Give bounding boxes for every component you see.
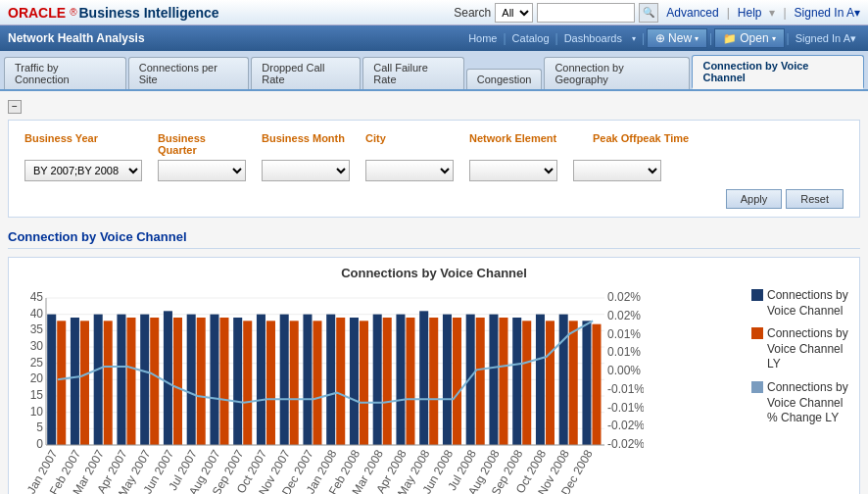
svg-rect-71 (536, 315, 545, 445)
chart-title: Connections by Voice Channel (17, 266, 851, 280)
top-bar: ORACLE ® Business Intelligence Search Al… (0, 0, 868, 25)
open-button[interactable]: 📁 Open ▾ (714, 28, 784, 48)
dashboards-dropdown-arrow[interactable]: ▾ (628, 32, 640, 45)
svg-rect-46 (243, 321, 252, 445)
nav-bar: Network Health Analysis Home | Catalog |… (0, 25, 868, 51)
open-label: Open (740, 31, 768, 45)
business-month-select[interactable] (262, 160, 350, 181)
svg-text:45: 45 (30, 290, 44, 304)
svg-rect-53 (326, 315, 335, 445)
signin-link[interactable]: Signed In A▾ (795, 6, 860, 20)
svg-rect-45 (233, 318, 242, 445)
peak-offpeak-select[interactable] (573, 160, 661, 181)
nav-sep5: | (787, 31, 790, 45)
business-year-select[interactable]: BY 2007;BY 2008 (24, 160, 142, 181)
legend-item: Connections by Voice Channel % Change LY (751, 380, 851, 426)
ne-label: Network Element (469, 132, 577, 156)
svg-rect-29 (47, 315, 56, 445)
chart-wrapper: 0510152025303540450.02%0.02%0.01%0.01%0.… (17, 288, 851, 494)
svg-text:10: 10 (30, 405, 44, 419)
chart-svg: 0510152025303540450.02%0.02%0.01%0.01%0.… (17, 288, 644, 494)
collapse-button[interactable]: − (8, 100, 22, 114)
svg-rect-74 (569, 321, 578, 445)
tab-call-failure-rate[interactable]: Call Failure Rate (362, 57, 463, 89)
svg-rect-38 (150, 318, 159, 445)
svg-rect-47 (257, 315, 265, 445)
svg-rect-58 (383, 318, 392, 445)
legend-label: Connections by Voice Channel LY (767, 326, 851, 372)
svg-rect-73 (559, 315, 568, 445)
svg-rect-75 (582, 321, 591, 445)
new-button[interactable]: ⊕ New ▾ (647, 28, 707, 48)
svg-text:-0.01%: -0.01% (607, 401, 644, 415)
apply-button[interactable]: Apply (726, 189, 783, 209)
svg-rect-37 (140, 315, 149, 445)
sep2: ▾ (769, 6, 775, 20)
city-select[interactable] (365, 160, 454, 181)
svg-text:30: 30 (30, 339, 44, 353)
svg-rect-31 (71, 318, 79, 445)
chart-area: 0510152025303540450.02%0.02%0.01%0.01%0.… (17, 288, 744, 494)
new-dropdown-arrow: ▾ (695, 34, 699, 43)
legend-label: Connections by Voice Channel % Change LY (767, 380, 851, 426)
svg-text:35: 35 (30, 322, 44, 336)
search-label: Search (454, 6, 491, 20)
tab-connections-per-site[interactable]: Connections per Site (128, 57, 250, 89)
svg-text:5: 5 (36, 420, 43, 434)
legend-label: Connections by Voice Channel (767, 288, 851, 319)
tab-connection-by-geography[interactable]: Connection by Geography (544, 57, 690, 89)
filter-labels: Business Year Business Quarter Business … (24, 132, 844, 156)
tab-traffic-by-connection[interactable]: Traffic by Connection (4, 57, 126, 89)
tab-congestion[interactable]: Congestion (466, 69, 543, 89)
help-link[interactable]: Help (738, 6, 762, 20)
dashboards-link[interactable]: Dashboards (560, 30, 626, 46)
svg-rect-54 (336, 318, 345, 445)
reset-button[interactable]: Reset (786, 189, 844, 209)
city-label: City (365, 132, 454, 156)
svg-rect-43 (210, 315, 218, 445)
filter-row: Business Year Business Quarter Business … (8, 120, 860, 218)
svg-rect-72 (546, 321, 555, 445)
search-input[interactable] (537, 3, 635, 23)
svg-text:0.01%: 0.01% (607, 345, 641, 359)
svg-text:15: 15 (30, 388, 44, 402)
tab-connection-by-voice-channel[interactable]: Connection by Voice Channel (692, 55, 864, 89)
svg-rect-42 (197, 318, 206, 445)
svg-text:20: 20 (30, 371, 44, 385)
catalog-link[interactable]: Catalog (508, 30, 554, 46)
svg-rect-44 (219, 318, 228, 445)
bm-label: Business Month (262, 132, 350, 156)
legend-item: Connections by Voice Channel (751, 288, 851, 319)
business-quarter-select[interactable] (158, 160, 246, 181)
svg-rect-57 (373, 315, 382, 445)
signed-in-link[interactable]: Signed In A▾ (792, 30, 860, 47)
filter-buttons: Apply Reset (24, 189, 844, 209)
section-title: Connection by Voice Channel (8, 225, 860, 249)
svg-rect-62 (429, 318, 438, 445)
search-button[interactable]: 🔍 (639, 3, 658, 23)
new-icon: ⊕ (655, 31, 665, 45)
svg-text:0.02%: 0.02% (607, 309, 641, 322)
search-scope-select[interactable]: All (495, 3, 533, 23)
new-label: New (668, 31, 692, 45)
svg-rect-36 (126, 318, 135, 445)
svg-text:0: 0 (36, 437, 43, 451)
sep3: | (783, 6, 786, 20)
svg-rect-41 (187, 315, 196, 445)
svg-text:0.02%: 0.02% (607, 290, 641, 304)
advanced-link[interactable]: Advanced (666, 6, 718, 20)
content-area: − Business Year Business Quarter Busines… (0, 91, 868, 494)
svg-rect-67 (489, 315, 498, 445)
svg-rect-51 (303, 315, 312, 445)
svg-text:-0.01%: -0.01% (607, 382, 644, 396)
svg-rect-39 (164, 311, 172, 445)
home-link[interactable]: Home (464, 30, 501, 46)
nav-sep3: | (642, 31, 645, 45)
tab-dropped-call-rate[interactable]: Dropped Call Rate (251, 57, 361, 89)
svg-rect-52 (313, 321, 321, 445)
search-area: Search All 🔍 (454, 3, 658, 23)
network-element-select[interactable] (469, 160, 557, 181)
svg-text:0.01%: 0.01% (607, 327, 641, 341)
legend-color-swatch (751, 289, 763, 301)
nav-sep2: | (555, 31, 558, 45)
